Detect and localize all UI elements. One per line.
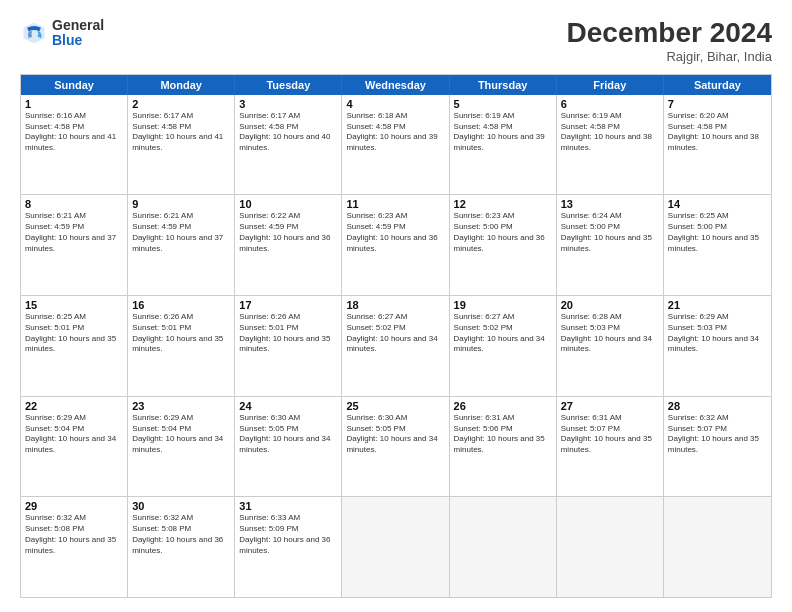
day-number: 13 [561,198,659,210]
day-number: 4 [346,98,444,110]
day-number: 22 [25,400,123,412]
table-row: 24Sunrise: 6:30 AMSunset: 5:05 PMDayligh… [235,397,342,497]
page: General Blue December 2024 Rajgir, Bihar… [0,0,792,612]
week-row-4: 22Sunrise: 6:29 AMSunset: 5:04 PMDayligh… [21,396,771,497]
title-block: December 2024 Rajgir, Bihar, India [567,18,772,64]
day-info: Sunrise: 6:19 AMSunset: 4:58 PMDaylight:… [454,111,552,154]
day-number: 23 [132,400,230,412]
table-row: 16Sunrise: 6:26 AMSunset: 5:01 PMDayligh… [128,296,235,396]
day-info: Sunrise: 6:25 AMSunset: 5:01 PMDaylight:… [25,312,123,355]
calendar-header: Sunday Monday Tuesday Wednesday Thursday… [21,75,771,95]
table-row: 30Sunrise: 6:32 AMSunset: 5:08 PMDayligh… [128,497,235,597]
day-info: Sunrise: 6:21 AMSunset: 4:59 PMDaylight:… [132,211,230,254]
day-number: 20 [561,299,659,311]
table-row: 9Sunrise: 6:21 AMSunset: 4:59 PMDaylight… [128,195,235,295]
header-saturday: Saturday [664,75,771,95]
day-info: Sunrise: 6:25 AMSunset: 5:00 PMDaylight:… [668,211,767,254]
calendar-body: 1Sunrise: 6:16 AMSunset: 4:58 PMDaylight… [21,95,771,597]
table-row: 14Sunrise: 6:25 AMSunset: 5:00 PMDayligh… [664,195,771,295]
day-number: 31 [239,500,337,512]
logo-icon [20,19,48,47]
header-sunday: Sunday [21,75,128,95]
day-number: 24 [239,400,337,412]
table-row: 26Sunrise: 6:31 AMSunset: 5:06 PMDayligh… [450,397,557,497]
day-number: 26 [454,400,552,412]
table-row: 18Sunrise: 6:27 AMSunset: 5:02 PMDayligh… [342,296,449,396]
day-number: 8 [25,198,123,210]
day-number: 6 [561,98,659,110]
header-monday: Monday [128,75,235,95]
week-row-2: 8Sunrise: 6:21 AMSunset: 4:59 PMDaylight… [21,194,771,295]
day-number: 9 [132,198,230,210]
day-number: 16 [132,299,230,311]
table-row: 27Sunrise: 6:31 AMSunset: 5:07 PMDayligh… [557,397,664,497]
table-row: 19Sunrise: 6:27 AMSunset: 5:02 PMDayligh… [450,296,557,396]
table-row: 17Sunrise: 6:26 AMSunset: 5:01 PMDayligh… [235,296,342,396]
day-info: Sunrise: 6:19 AMSunset: 4:58 PMDaylight:… [561,111,659,154]
day-number: 3 [239,98,337,110]
day-number: 29 [25,500,123,512]
day-info: Sunrise: 6:17 AMSunset: 4:58 PMDaylight:… [239,111,337,154]
day-info: Sunrise: 6:26 AMSunset: 5:01 PMDaylight:… [132,312,230,355]
day-number: 7 [668,98,767,110]
table-row: 15Sunrise: 6:25 AMSunset: 5:01 PMDayligh… [21,296,128,396]
day-info: Sunrise: 6:27 AMSunset: 5:02 PMDaylight:… [346,312,444,355]
day-info: Sunrise: 6:29 AMSunset: 5:04 PMDaylight:… [25,413,123,456]
day-info: Sunrise: 6:33 AMSunset: 5:09 PMDaylight:… [239,513,337,556]
calendar: Sunday Monday Tuesday Wednesday Thursday… [20,74,772,598]
table-row: 5Sunrise: 6:19 AMSunset: 4:58 PMDaylight… [450,95,557,195]
week-row-3: 15Sunrise: 6:25 AMSunset: 5:01 PMDayligh… [21,295,771,396]
table-row: 21Sunrise: 6:29 AMSunset: 5:03 PMDayligh… [664,296,771,396]
table-row: 1Sunrise: 6:16 AMSunset: 4:58 PMDaylight… [21,95,128,195]
header-tuesday: Tuesday [235,75,342,95]
day-number: 14 [668,198,767,210]
day-number: 27 [561,400,659,412]
table-row: 10Sunrise: 6:22 AMSunset: 4:59 PMDayligh… [235,195,342,295]
day-info: Sunrise: 6:32 AMSunset: 5:08 PMDaylight:… [25,513,123,556]
location-subtitle: Rajgir, Bihar, India [567,49,772,64]
day-info: Sunrise: 6:21 AMSunset: 4:59 PMDaylight:… [25,211,123,254]
day-number: 11 [346,198,444,210]
logo-text: General Blue [52,18,104,49]
day-info: Sunrise: 6:23 AMSunset: 4:59 PMDaylight:… [346,211,444,254]
day-info: Sunrise: 6:30 AMSunset: 5:05 PMDaylight:… [239,413,337,456]
logo-blue: Blue [52,33,104,48]
day-number: 21 [668,299,767,311]
table-row [342,497,449,597]
day-info: Sunrise: 6:28 AMSunset: 5:03 PMDaylight:… [561,312,659,355]
svg-marker-0 [24,23,45,44]
logo-general: General [52,18,104,33]
table-row: 22Sunrise: 6:29 AMSunset: 5:04 PMDayligh… [21,397,128,497]
table-row [557,497,664,597]
day-info: Sunrise: 6:22 AMSunset: 4:59 PMDaylight:… [239,211,337,254]
week-row-5: 29Sunrise: 6:32 AMSunset: 5:08 PMDayligh… [21,496,771,597]
table-row: 3Sunrise: 6:17 AMSunset: 4:58 PMDaylight… [235,95,342,195]
table-row: 29Sunrise: 6:32 AMSunset: 5:08 PMDayligh… [21,497,128,597]
day-info: Sunrise: 6:23 AMSunset: 5:00 PMDaylight:… [454,211,552,254]
day-info: Sunrise: 6:20 AMSunset: 4:58 PMDaylight:… [668,111,767,154]
table-row: 13Sunrise: 6:24 AMSunset: 5:00 PMDayligh… [557,195,664,295]
week-row-1: 1Sunrise: 6:16 AMSunset: 4:58 PMDaylight… [21,95,771,195]
table-row: 12Sunrise: 6:23 AMSunset: 5:00 PMDayligh… [450,195,557,295]
table-row: 28Sunrise: 6:32 AMSunset: 5:07 PMDayligh… [664,397,771,497]
day-number: 19 [454,299,552,311]
table-row: 8Sunrise: 6:21 AMSunset: 4:59 PMDaylight… [21,195,128,295]
day-info: Sunrise: 6:16 AMSunset: 4:58 PMDaylight:… [25,111,123,154]
day-number: 25 [346,400,444,412]
table-row: 6Sunrise: 6:19 AMSunset: 4:58 PMDaylight… [557,95,664,195]
day-info: Sunrise: 6:31 AMSunset: 5:06 PMDaylight:… [454,413,552,456]
logo: General Blue [20,18,104,49]
header-wednesday: Wednesday [342,75,449,95]
day-info: Sunrise: 6:18 AMSunset: 4:58 PMDaylight:… [346,111,444,154]
day-info: Sunrise: 6:32 AMSunset: 5:07 PMDaylight:… [668,413,767,456]
table-row: 23Sunrise: 6:29 AMSunset: 5:04 PMDayligh… [128,397,235,497]
header-thursday: Thursday [450,75,557,95]
header-friday: Friday [557,75,664,95]
day-number: 18 [346,299,444,311]
day-info: Sunrise: 6:30 AMSunset: 5:05 PMDaylight:… [346,413,444,456]
day-info: Sunrise: 6:29 AMSunset: 5:04 PMDaylight:… [132,413,230,456]
day-number: 2 [132,98,230,110]
day-info: Sunrise: 6:32 AMSunset: 5:08 PMDaylight:… [132,513,230,556]
month-title: December 2024 [567,18,772,49]
table-row: 31Sunrise: 6:33 AMSunset: 5:09 PMDayligh… [235,497,342,597]
